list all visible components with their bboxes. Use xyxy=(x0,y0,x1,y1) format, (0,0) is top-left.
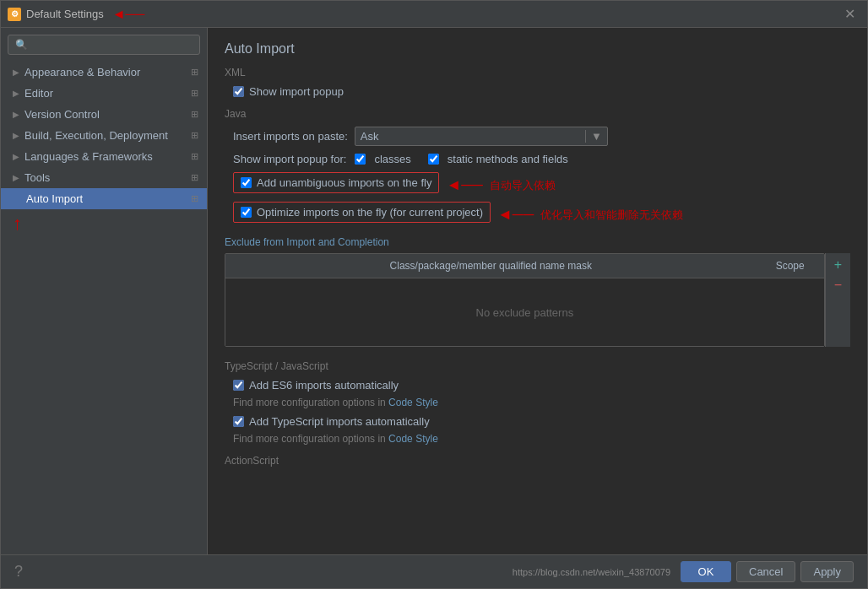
classes-checkbox[interactable] xyxy=(355,154,366,165)
window-title: Default Settings xyxy=(26,8,104,20)
sidebar-item-label: Appearance & Behavior xyxy=(24,66,191,78)
sidebar-item-label: Auto Import xyxy=(13,192,191,205)
show-import-popup-label: Show import popup xyxy=(249,85,344,98)
add-es6-label: Add ES6 imports automatically xyxy=(249,379,399,392)
exclude-section-label: Exclude from Import and Completion xyxy=(225,236,850,248)
sidebar: 🔍 ▶ Appearance & Behavior ⊞ ▶ Editor ⊞ ▶… xyxy=(1,28,208,554)
sidebar-item-build[interactable]: ▶ Build, Execution, Deployment ⊞ xyxy=(1,125,207,146)
sidebar-item-label: Languages & Frameworks xyxy=(24,150,191,163)
titlebar-left: ⚙ Default Settings ◄── xyxy=(8,7,144,22)
show-import-popup-checkbox[interactable] xyxy=(233,86,244,97)
search-box[interactable]: 🔍 xyxy=(8,35,200,55)
arrow-up-icon: ↑ xyxy=(13,213,22,235)
insert-imports-row: Insert imports on paste: Ask Always Neve… xyxy=(233,127,850,146)
optimize-imports-label: Optimize imports on the fly (for current… xyxy=(257,206,483,219)
apply-button[interactable]: Apply xyxy=(800,561,854,582)
xml-section-label: XML xyxy=(225,67,850,78)
footer-buttons: OK Cancel Apply xyxy=(681,561,854,582)
annotation-arrow2-icon: ◄── xyxy=(497,206,534,224)
add-unambiguous-box: Add unambiguous imports on the fly xyxy=(233,172,439,193)
expand-arrow-icon: ▶ xyxy=(13,89,19,98)
sidebar-item-version-control[interactable]: ▶ Version Control ⊞ xyxy=(1,104,207,125)
code-style-link-es6[interactable]: Code Style xyxy=(388,397,438,408)
sidebar-item-label: Version Control xyxy=(24,108,191,121)
help-button[interactable]: ? xyxy=(14,563,23,581)
main-content: 🔍 ▶ Appearance & Behavior ⊞ ▶ Editor ⊞ ▶… xyxy=(1,28,867,554)
sidebar-settings-icon: ⊞ xyxy=(191,109,198,120)
typescript-section: TypeScript / JavaScript Add ES6 imports … xyxy=(225,360,850,467)
add-typescript-row: Add TypeScript imports automatically xyxy=(233,415,850,428)
title-arrow-icon: ◄── xyxy=(112,7,145,22)
sidebar-item-label: Build, Execution, Deployment xyxy=(24,129,191,142)
classes-label: classes xyxy=(374,153,410,165)
add-typescript-checkbox[interactable] xyxy=(233,416,244,427)
ok-button[interactable]: OK xyxy=(681,561,731,582)
java-section-label: Java xyxy=(225,108,850,120)
static-methods-checkbox[interactable] xyxy=(428,154,439,165)
table-header-row: Class/package/member qualified name mask… xyxy=(225,254,824,278)
footer-right-area: https://blog.csdn.net/weixin_43870079 OK… xyxy=(513,561,854,582)
add-pattern-button[interactable]: + xyxy=(831,257,845,273)
optimize-imports-row: Optimize imports on the fly (for current… xyxy=(225,202,850,228)
sidebar-settings-icon: ⊞ xyxy=(191,67,198,78)
find-more-ts: Find more configuration options in Code … xyxy=(233,433,850,445)
optimize-imports-checkbox[interactable] xyxy=(241,207,252,218)
sidebar-item-appearance[interactable]: ▶ Appearance & Behavior ⊞ xyxy=(1,62,207,83)
sidebar-settings-icon: ⊞ xyxy=(191,172,198,183)
red-up-arrow: ↑ xyxy=(1,209,207,238)
table-body: No exclude patterns xyxy=(225,278,824,346)
add-unambiguous-row: Add unambiguous imports on the fly ◄── 自… xyxy=(225,172,850,198)
panel-scroll-area: Auto Import XML Show import popup Java I… xyxy=(208,28,867,554)
table-header-scope: Scope xyxy=(757,257,824,274)
search-icon: 🔍 xyxy=(15,39,28,51)
find-more-ts-prefix: Find more configuration options in xyxy=(233,433,388,445)
panel-title: Auto Import xyxy=(225,41,850,57)
sidebar-item-label: Editor xyxy=(24,87,191,100)
add-unambiguous-annotation: 自动导入依赖 xyxy=(490,178,556,193)
optimize-imports-annotation: 优化导入和智能删除无关依赖 xyxy=(540,208,683,223)
add-typescript-label: Add TypeScript imports automatically xyxy=(249,415,430,428)
expand-arrow-icon: ▶ xyxy=(13,110,19,119)
add-es6-row: Add ES6 imports automatically xyxy=(233,379,850,392)
sidebar-item-languages[interactable]: ▶ Languages & Frameworks ⊞ xyxy=(1,146,207,167)
dropdown-arrow-icon: ▼ xyxy=(585,130,607,143)
exclude-table: Class/package/member qualified name mask… xyxy=(225,253,825,347)
insert-imports-select[interactable]: Ask Always Never xyxy=(355,127,585,145)
add-es6-checkbox[interactable] xyxy=(233,380,244,391)
sidebar-copy-icon: ⊞ xyxy=(191,193,198,204)
add-unambiguous-label: Add unambiguous imports on the fly xyxy=(257,176,431,189)
table-actions: + − xyxy=(825,253,850,347)
ts-section-label: TypeScript / JavaScript xyxy=(225,360,850,372)
expand-arrow-icon: ▶ xyxy=(13,68,19,77)
watermark-text: https://blog.csdn.net/weixin_43870079 xyxy=(513,567,670,577)
show-popup-for-label: Show import popup for: xyxy=(233,153,346,165)
main-window: ⚙ Default Settings ◄── ✕ 🔍 ▶ Appearance … xyxy=(0,0,868,589)
find-more-es6-prefix: Find more configuration options in xyxy=(233,397,388,408)
static-methods-label: static methods and fields xyxy=(448,153,568,165)
sidebar-item-auto-import[interactable]: Auto Import ⊞ xyxy=(1,188,207,209)
close-button[interactable]: ✕ xyxy=(839,4,860,24)
code-style-link-ts[interactable]: Code Style xyxy=(388,433,438,445)
expand-arrow-icon: ▶ xyxy=(13,152,19,161)
remove-pattern-button[interactable]: − xyxy=(831,277,845,294)
content-panel: Auto Import XML Show import popup Java I… xyxy=(208,28,867,554)
no-patterns-text: No exclude patterns xyxy=(476,306,574,319)
sidebar-item-tools[interactable]: ▶ Tools ⊞ xyxy=(1,167,207,188)
sidebar-settings-icon: ⊞ xyxy=(191,88,198,99)
search-input[interactable] xyxy=(31,39,193,51)
show-import-popup-row: Show import popup xyxy=(233,85,850,98)
actionscript-label: ActionScript xyxy=(225,455,850,467)
app-icon: ⚙ xyxy=(8,8,21,21)
exclude-section: Exclude from Import and Completion Class… xyxy=(225,236,850,347)
cancel-button[interactable]: Cancel xyxy=(736,561,795,582)
sidebar-settings-icon: ⊞ xyxy=(191,151,198,162)
table-header-name: Class/package/member qualified name mask xyxy=(225,257,757,274)
sidebar-item-editor[interactable]: ▶ Editor ⊞ xyxy=(1,83,207,104)
expand-arrow-icon: ▶ xyxy=(13,173,19,182)
sidebar-item-label: Tools xyxy=(24,171,191,184)
footer: ? https://blog.csdn.net/weixin_43870079 … xyxy=(1,554,867,588)
add-unambiguous-checkbox[interactable] xyxy=(241,177,252,188)
show-popup-for-row: Show import popup for: classes static me… xyxy=(233,153,850,165)
optimize-imports-box: Optimize imports on the fly (for current… xyxy=(233,202,491,223)
insert-imports-select-wrapper[interactable]: Ask Always Never ▼ xyxy=(355,127,608,146)
